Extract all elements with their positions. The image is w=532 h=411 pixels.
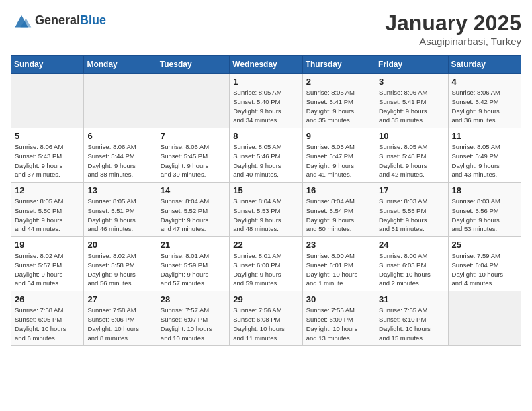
day-number: 11 <box>452 131 517 141</box>
weekday-header-sunday: Sunday <box>11 56 84 74</box>
day-info: Sunrise: 7:55 AM Sunset: 6:10 PM Dayligh… <box>379 306 444 342</box>
week-row-1: 1Sunrise: 8:05 AM Sunset: 5:40 PM Daylig… <box>11 74 521 128</box>
day-number: 22 <box>233 240 298 250</box>
day-info: Sunrise: 7:58 AM Sunset: 6:05 PM Dayligh… <box>15 306 80 342</box>
day-info: Sunrise: 8:05 AM Sunset: 5:49 PM Dayligh… <box>452 142 517 179</box>
day-cell: 26Sunrise: 7:58 AM Sunset: 6:05 PM Dayli… <box>11 291 84 346</box>
day-cell: 10Sunrise: 8:05 AM Sunset: 5:48 PM Dayli… <box>375 128 448 183</box>
day-number: 4 <box>452 77 517 87</box>
day-cell: 21Sunrise: 8:01 AM Sunset: 5:59 PM Dayli… <box>157 237 229 291</box>
day-cell: 5Sunrise: 8:06 AM Sunset: 5:43 PM Daylig… <box>11 128 84 183</box>
day-cell: 16Sunrise: 8:04 AM Sunset: 5:54 PM Dayli… <box>302 183 375 237</box>
weekday-header-thursday: Thursday <box>302 56 375 74</box>
day-info: Sunrise: 7:59 AM Sunset: 6:04 PM Dayligh… <box>452 251 517 288</box>
day-cell: 23Sunrise: 8:00 AM Sunset: 6:01 PM Dayli… <box>302 237 375 291</box>
day-cell <box>157 74 229 128</box>
day-cell <box>84 74 157 128</box>
day-cell: 1Sunrise: 8:05 AM Sunset: 5:40 PM Daylig… <box>230 74 302 128</box>
title-area: January 2025 Asagipinarbasi, Turkey <box>385 11 521 47</box>
logo-icon <box>11 11 32 30</box>
day-info: Sunrise: 8:06 AM Sunset: 5:42 PM Dayligh… <box>452 88 517 125</box>
week-row-5: 26Sunrise: 7:58 AM Sunset: 6:05 PM Dayli… <box>11 291 521 346</box>
day-info: Sunrise: 8:05 AM Sunset: 5:46 PM Dayligh… <box>233 142 298 179</box>
day-number: 13 <box>87 185 152 195</box>
day-info: Sunrise: 8:06 AM Sunset: 5:41 PM Dayligh… <box>379 88 444 125</box>
day-number: 8 <box>233 131 298 141</box>
day-number: 9 <box>306 131 371 141</box>
week-row-3: 12Sunrise: 8:05 AM Sunset: 5:50 PM Dayli… <box>11 183 521 237</box>
weekday-header-row: SundayMondayTuesdayWednesdayThursdayFrid… <box>11 56 521 74</box>
day-info: Sunrise: 8:03 AM Sunset: 5:56 PM Dayligh… <box>452 197 517 234</box>
day-cell: 3Sunrise: 8:06 AM Sunset: 5:41 PM Daylig… <box>375 74 448 128</box>
month-title: January 2025 <box>385 11 521 36</box>
day-cell: 29Sunrise: 7:56 AM Sunset: 6:08 PM Dayli… <box>230 291 302 346</box>
logo: GeneralBlue <box>11 11 106 30</box>
day-number: 25 <box>452 240 517 250</box>
day-number: 17 <box>379 185 444 195</box>
day-info: Sunrise: 8:05 AM Sunset: 5:47 PM Dayligh… <box>306 142 371 179</box>
day-number: 30 <box>306 294 371 304</box>
day-number: 16 <box>306 185 371 195</box>
day-number: 6 <box>87 131 152 141</box>
weekday-header-wednesday: Wednesday <box>230 56 302 74</box>
day-cell: 30Sunrise: 7:55 AM Sunset: 6:09 PM Dayli… <box>302 291 375 346</box>
day-cell: 18Sunrise: 8:03 AM Sunset: 5:56 PM Dayli… <box>448 183 521 237</box>
day-cell: 6Sunrise: 8:06 AM Sunset: 5:44 PM Daylig… <box>84 128 157 183</box>
weekday-header-saturday: Saturday <box>448 56 521 74</box>
day-number: 5 <box>15 131 80 141</box>
day-number: 19 <box>15 240 80 250</box>
logo-blue-text: Blue <box>80 13 106 27</box>
day-number: 15 <box>233 185 298 195</box>
header: GeneralBlue January 2025 Asagipinarbasi,… <box>11 11 521 47</box>
day-cell: 28Sunrise: 7:57 AM Sunset: 6:07 PM Dayli… <box>157 291 229 346</box>
day-info: Sunrise: 7:56 AM Sunset: 6:08 PM Dayligh… <box>233 306 298 342</box>
day-cell: 24Sunrise: 8:00 AM Sunset: 6:03 PM Dayli… <box>375 237 448 291</box>
day-number: 10 <box>379 131 444 141</box>
day-info: Sunrise: 8:05 AM Sunset: 5:48 PM Dayligh… <box>379 142 444 179</box>
day-info: Sunrise: 8:00 AM Sunset: 6:01 PM Dayligh… <box>306 251 371 288</box>
day-info: Sunrise: 8:05 AM Sunset: 5:51 PM Dayligh… <box>87 197 152 234</box>
day-cell: 31Sunrise: 7:55 AM Sunset: 6:10 PM Dayli… <box>375 291 448 346</box>
day-info: Sunrise: 7:57 AM Sunset: 6:07 PM Dayligh… <box>161 306 226 342</box>
day-number: 26 <box>15 294 80 304</box>
day-cell: 2Sunrise: 8:05 AM Sunset: 5:41 PM Daylig… <box>302 74 375 128</box>
day-number: 2 <box>306 77 371 87</box>
day-cell: 13Sunrise: 8:05 AM Sunset: 5:51 PM Dayli… <box>84 183 157 237</box>
day-number: 14 <box>161 185 226 195</box>
day-number: 23 <box>306 240 371 250</box>
day-number: 28 <box>161 294 226 304</box>
day-cell: 14Sunrise: 8:04 AM Sunset: 5:52 PM Dayli… <box>157 183 229 237</box>
day-cell: 15Sunrise: 8:04 AM Sunset: 5:53 PM Dayli… <box>230 183 302 237</box>
day-number: 21 <box>161 240 226 250</box>
day-cell: 9Sunrise: 8:05 AM Sunset: 5:47 PM Daylig… <box>302 128 375 183</box>
week-row-4: 19Sunrise: 8:02 AM Sunset: 5:57 PM Dayli… <box>11 237 521 291</box>
day-number: 27 <box>87 294 152 304</box>
weekday-header-tuesday: Tuesday <box>157 56 229 74</box>
day-info: Sunrise: 8:05 AM Sunset: 5:50 PM Dayligh… <box>15 197 80 234</box>
day-info: Sunrise: 8:06 AM Sunset: 5:44 PM Dayligh… <box>87 142 152 179</box>
day-info: Sunrise: 8:06 AM Sunset: 5:45 PM Dayligh… <box>161 142 226 179</box>
day-cell <box>11 74 84 128</box>
day-number: 20 <box>87 240 152 250</box>
day-info: Sunrise: 8:00 AM Sunset: 6:03 PM Dayligh… <box>379 251 444 288</box>
day-cell: 20Sunrise: 8:02 AM Sunset: 5:58 PM Dayli… <box>84 237 157 291</box>
day-info: Sunrise: 8:02 AM Sunset: 5:58 PM Dayligh… <box>87 251 152 288</box>
calendar-table: SundayMondayTuesdayWednesdayThursdayFrid… <box>11 55 521 346</box>
day-cell: 8Sunrise: 8:05 AM Sunset: 5:46 PM Daylig… <box>230 128 302 183</box>
day-info: Sunrise: 7:55 AM Sunset: 6:09 PM Dayligh… <box>306 306 371 342</box>
day-cell: 17Sunrise: 8:03 AM Sunset: 5:55 PM Dayli… <box>375 183 448 237</box>
day-cell: 19Sunrise: 8:02 AM Sunset: 5:57 PM Dayli… <box>11 237 84 291</box>
day-number: 24 <box>379 240 444 250</box>
day-number: 1 <box>233 77 298 87</box>
day-number: 3 <box>379 77 444 87</box>
day-number: 7 <box>161 131 226 141</box>
day-info: Sunrise: 8:03 AM Sunset: 5:55 PM Dayligh… <box>379 197 444 234</box>
day-info: Sunrise: 8:01 AM Sunset: 5:59 PM Dayligh… <box>161 251 226 288</box>
day-info: Sunrise: 8:04 AM Sunset: 5:52 PM Dayligh… <box>161 197 226 234</box>
day-info: Sunrise: 8:06 AM Sunset: 5:43 PM Dayligh… <box>15 142 80 179</box>
day-info: Sunrise: 8:04 AM Sunset: 5:53 PM Dayligh… <box>233 197 298 234</box>
day-info: Sunrise: 8:05 AM Sunset: 5:41 PM Dayligh… <box>306 88 371 125</box>
day-number: 18 <box>452 185 517 195</box>
day-number: 12 <box>15 185 80 195</box>
day-cell: 7Sunrise: 8:06 AM Sunset: 5:45 PM Daylig… <box>157 128 229 183</box>
